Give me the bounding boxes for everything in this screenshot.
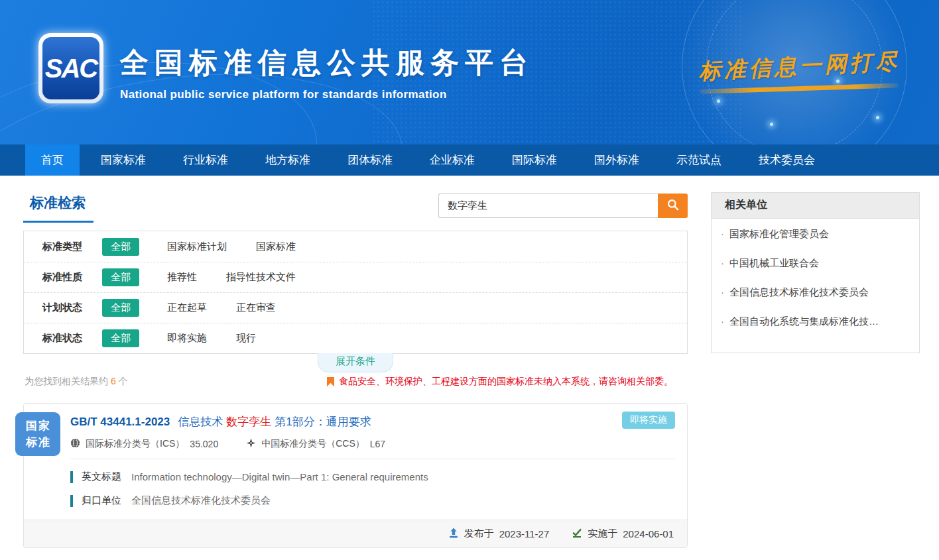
publish-date-item: 发布于 2023-11-27 [448, 528, 550, 540]
sidebar-item-sac[interactable]: · 国家标准化管理委员会 [712, 219, 919, 248]
site-title-cn: 全国标准信息公共服务平台 [120, 44, 534, 82]
result-count-suffix: 个 [119, 376, 128, 386]
badge-line2: 标准 [25, 434, 51, 451]
bullet: · [721, 257, 724, 268]
filter-option[interactable]: 国家标准 [256, 241, 296, 253]
search-results-column: 标准检索 标准类型 全部 国家标准计 [23, 192, 688, 548]
filter-option[interactable]: 现行 [236, 332, 256, 345]
bookmark-icon [327, 377, 334, 387]
search-icon [666, 198, 680, 213]
english-title-value: Information technology—Digital twin—Part… [131, 471, 428, 482]
sidebar-item-it-standards-committee[interactable]: · 全国信息技术标准化技术委员会 [712, 277, 919, 306]
search-section: 标准检索 [23, 192, 688, 223]
sac-logo-inner: SAC [42, 37, 99, 99]
upload-icon [448, 528, 459, 540]
filter-all-button[interactable]: 全部 [102, 268, 139, 286]
filter-option[interactable]: 推荐性 [167, 271, 197, 284]
nav-item-international-standards[interactable]: 国际标准 [496, 144, 573, 176]
search-input[interactable] [438, 194, 658, 218]
english-title-row: 英文标题 Information technology—Digital twin… [70, 471, 687, 483]
filter-row-standard-type: 标准类型 全部 国家标准计划 国家标准 [24, 231, 687, 262]
standard-title-highlight[interactable]: 数字孪生 [226, 414, 271, 429]
site-titles: 全国标准信息公共服务平台 National public service pla… [120, 44, 534, 101]
row-marker-bar [70, 495, 73, 507]
standard-code[interactable]: GB/T 43441.1-2023 [70, 416, 170, 429]
standard-title-part2[interactable]: 第1部分：通用要求 [275, 414, 371, 429]
card-footer: 发布于 2023-11-27 实施于 2024-06-01 [24, 520, 687, 547]
committee-label: 归口单位 [82, 494, 121, 507]
nav-item-pilot-programs[interactable]: 示范试点 [660, 144, 737, 176]
sidebar-item-label: 全国自动化系统与集成标准化技… [729, 315, 879, 328]
classification-meta-row: 国际标准分类号（ICS） 35.020 中国标准分类号（CCS） L67 [70, 438, 588, 450]
spark-dot [770, 123, 773, 126]
status-badge: 即将实施 [622, 412, 675, 429]
sac-logo-text: SAC [45, 54, 97, 84]
filter-all-button[interactable]: 全部 [102, 238, 139, 256]
site-banner: SAC 全国标准信息公共服务平台 National public service… [0, 0, 939, 144]
publish-date: 2023-11-27 [499, 528, 550, 539]
nav-item-group-standards[interactable]: 团体标准 [332, 144, 408, 176]
nav-item-local-standards[interactable]: 地方标准 [249, 144, 326, 176]
result-count-prefix: 为您找到相关结果约 [25, 376, 108, 386]
main-content: 标准检索 标准类型 全部 国家标准计 [0, 176, 939, 548]
system-notice: 食品安全、环境保护、工程建设方面的国家标准未纳入本系统，请咨询相关部委。 [327, 376, 686, 388]
standard-title-part1[interactable]: 信息技术 [178, 414, 223, 429]
related-units-panel: 相关单位 · 国家标准化管理委员会 · 中国机械工业联合会 · 全国信息技术标准… [711, 192, 920, 353]
filter-row-plan-status: 计划状态 全部 正在起草 正在审查 [24, 292, 687, 323]
filter-label: 标准状态 [42, 332, 102, 345]
page-title: 标准检索 [23, 192, 94, 221]
filter-option[interactable]: 指导性技术文件 [226, 271, 296, 284]
nav-item-technical-committees[interactable]: 技术委员会 [743, 144, 831, 176]
english-title-label: 英文标题 [82, 471, 121, 483]
site-title-en: National public service platform for sta… [120, 88, 534, 101]
filter-all-button[interactable]: 全部 [102, 329, 139, 347]
card-divider [70, 459, 676, 459]
badge-line1: 国家 [25, 418, 51, 435]
ccs-label: 中国标准分类号（CCS） [261, 438, 365, 450]
ics-meta: 国际标准分类号（ICS） 35.020 [70, 438, 218, 450]
filter-panel: 标准类型 全部 国家标准计划 国家标准 标准性质 全部 推荐性 指导性技术文件 … [23, 231, 688, 354]
filter-label: 标准性质 [42, 271, 102, 284]
standard-result-card: 国家 标准 即将实施 GB/T 43441.1-2023 信息技术 数字孪生 第… [23, 403, 688, 548]
card-head: GB/T 43441.1-2023 信息技术 数字孪生 第1部分：通用要求 [24, 404, 687, 450]
filter-row-standard-nature: 标准性质 全部 推荐性 指导性技术文件 [24, 262, 687, 292]
nav-item-home[interactable]: 首页 [25, 144, 80, 176]
implement-label: 实施于 [588, 528, 617, 540]
main-nav: 首页 国家标准 行业标准 地方标准 团体标准 企业标准 国际标准 国外标准 示范… [0, 144, 939, 176]
filter-option[interactable]: 即将实施 [167, 332, 207, 345]
related-units-title: 相关单位 [712, 193, 919, 219]
filter-label: 计划状态 [42, 302, 102, 314]
sidebar-item-machinery-federation[interactable]: · 中国机械工业联合会 [712, 248, 919, 277]
nav-item-foreign-standards[interactable]: 国外标准 [578, 144, 655, 176]
filter-option[interactable]: 国家标准计划 [167, 241, 227, 253]
search-button[interactable] [658, 194, 688, 218]
ccs-value: L67 [370, 439, 385, 449]
sidebar-item-label: 中国机械工业联合会 [729, 257, 819, 270]
ics-value: 35.020 [190, 439, 218, 449]
compass-icon [246, 438, 256, 450]
ccs-meta: 中国标准分类号（CCS） L67 [246, 438, 385, 450]
nav-item-industry-standards[interactable]: 行业标准 [167, 144, 244, 176]
filter-row-standard-status: 标准状态 全部 即将实施 现行 [24, 323, 687, 353]
bullet: · [721, 286, 724, 298]
section-title-block: 标准检索 [23, 192, 94, 223]
filter-option[interactable]: 正在审查 [236, 302, 276, 314]
title-underline [23, 221, 94, 223]
ics-label: 国际标准分类号（ICS） [86, 438, 184, 450]
row-marker-bar [70, 471, 73, 483]
globe-icon [70, 438, 80, 450]
filter-all-button[interactable]: 全部 [102, 299, 139, 317]
filter-option[interactable]: 正在起草 [167, 302, 207, 314]
spark-dot [876, 116, 879, 119]
result-info-row: 为您找到相关结果约6个 食品安全、环境保护、工程建设方面的国家标准未纳入本系统，… [23, 376, 688, 388]
standard-type-badge[interactable]: 国家 标准 [15, 412, 60, 456]
sidebar-item-label: 国家标准化管理委员会 [729, 228, 829, 241]
expand-conditions-button[interactable]: 展开条件 [318, 353, 393, 372]
nav-item-national-standards[interactable]: 国家标准 [85, 144, 162, 176]
check-icon [572, 528, 582, 540]
sidebar-item-automation-committee[interactable]: · 全国自动化系统与集成标准化技… [712, 306, 919, 335]
committee-row: 归口单位 全国信息技术标准化技术委员会 [70, 494, 687, 507]
standard-title-link[interactable]: GB/T 43441.1-2023 信息技术 数字孪生 第1部分：通用要求 [70, 414, 588, 429]
nav-item-enterprise-standards[interactable]: 企业标准 [414, 144, 491, 176]
bullet: · [721, 228, 724, 239]
